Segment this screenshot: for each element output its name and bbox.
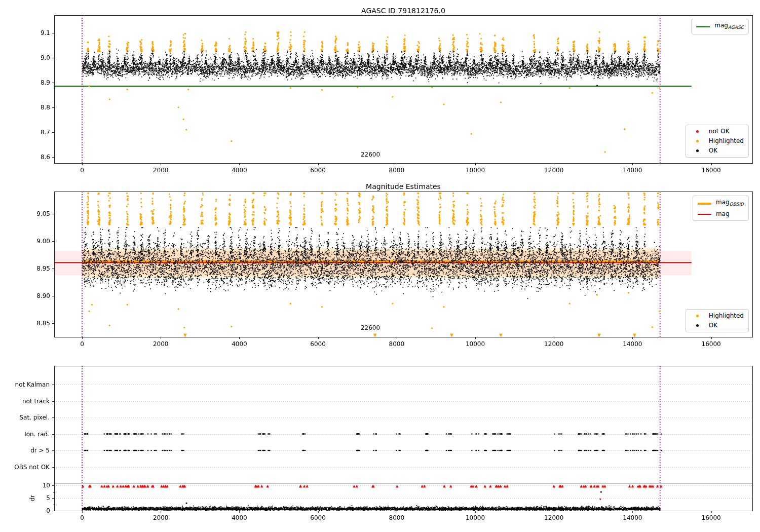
mid-ytick-8.85: 8.85 [36, 320, 50, 327]
bottom-xtick-2000: 2000 [153, 514, 169, 521]
legend-mid-lines-entry-1: mag [698, 210, 744, 218]
legend-mag-agasc-line-sample-icon [696, 26, 710, 27]
top-ytick-8.8: 8.8 [41, 104, 50, 111]
legend-top-markers-label: OK [709, 147, 717, 155]
bottom-xtick-8000: 8000 [389, 514, 405, 521]
top-xtick-2000: 2000 [153, 167, 169, 174]
figure-root: AGASC ID 791812176.0 Magnitude Estimates… [0, 0, 760, 532]
legend-mid-lines-label: mag [716, 210, 730, 218]
mid-xtick-2000: 2000 [153, 340, 169, 348]
legend-mid-lines-entry-0: magOBSID [698, 199, 744, 208]
top-xtick-0: 0 [80, 167, 84, 174]
legend-top-markers: not OKHighlightedOK [686, 125, 749, 158]
flag-label-3: Ion. rad. [24, 431, 50, 438]
mid-xtick-10000: 10000 [466, 340, 485, 348]
dr-ytick-5: 5 [46, 495, 50, 502]
legend-mid-markers-label: OK [709, 322, 717, 329]
top-xtick-4000: 4000 [232, 167, 247, 174]
mid-ytick-9.00: 9.00 [36, 238, 50, 245]
legend-mid-lines-label: magOBSID [716, 199, 744, 208]
legend-mag-agasc: magAGASC [691, 19, 749, 34]
top-xtick-6000: 6000 [310, 167, 326, 174]
mid-ytick-8.95: 8.95 [36, 265, 50, 272]
legend-top-markers-label: Highlighted [709, 137, 744, 145]
bottom-xtick-16000: 16000 [702, 514, 721, 521]
bottom-xtick-10000: 10000 [466, 514, 485, 521]
top-xtick-16000: 16000 [702, 167, 721, 174]
mid-xtick-14000: 14000 [623, 340, 642, 348]
legend-mid-lines-line-sample-icon [698, 214, 711, 215]
mid-xtick-8000: 8000 [389, 340, 405, 348]
top-ytick-8.7: 8.7 [41, 129, 50, 136]
legend-mag-agasc-entry-0: magAGASC [696, 22, 744, 31]
legend-mid-markers-dot-sample-icon [696, 324, 699, 327]
top-xtick-8000: 8000 [389, 167, 405, 174]
top-xtick-10000: 10000 [466, 167, 485, 174]
top-ytick-9.0: 9.0 [41, 54, 50, 61]
legend-mid-lines-line-sample-icon [698, 203, 711, 205]
mid-ytick-9.05: 9.05 [36, 210, 50, 217]
flag-label-4: dr > 5 [30, 447, 50, 454]
legend-mid-markers: HighlightedOK [686, 309, 749, 332]
legend-top-markers-entry-0: not OK [691, 128, 744, 135]
legend-top-markers-dot-sample-icon [696, 149, 699, 152]
bottom-xtick-4000: 4000 [232, 514, 247, 521]
bottom-xtick-14000: 14000 [623, 514, 642, 521]
bottom-xtick-6000: 6000 [310, 514, 326, 521]
legend-mid-markers-entry-0: Highlighted [691, 312, 744, 320]
plot-canvas [0, 0, 760, 532]
flag-label-2: Sat. pixel. [19, 414, 50, 421]
flag-label-0: not Kalman [15, 381, 50, 388]
legend-top-markers-entry-2: OK [691, 147, 744, 155]
flag-label-1: not track [22, 398, 50, 405]
bottom-xtick-0: 0 [80, 514, 84, 521]
middle-obsid-annotation: 22600 [361, 324, 380, 331]
top-ytick-9.1: 9.1 [41, 29, 50, 36]
bottom-xtick-12000: 12000 [544, 514, 563, 521]
top-obsid-annotation: 22600 [361, 151, 380, 158]
top-xtick-12000: 12000 [544, 167, 563, 174]
legend-top-markers-label: not OK [709, 128, 730, 135]
mid-xtick-16000: 16000 [702, 340, 721, 348]
legend-mid-lines: magOBSIDmag [693, 196, 749, 221]
top-ytick-8.9: 8.9 [41, 79, 50, 86]
dr-ytick-10: 10 [43, 482, 50, 489]
legend-mid-markers-entry-1: OK [691, 322, 744, 329]
mid-xtick-6000: 6000 [310, 340, 326, 348]
dr-axis-label: dr [29, 495, 36, 502]
flag-label-5: OBS not OK [14, 464, 50, 471]
mid-xtick-4000: 4000 [232, 340, 247, 348]
legend-mid-markers-dot-sample-icon [696, 315, 699, 317]
legend-top-markers-dot-sample-icon [696, 140, 699, 142]
mid-xtick-12000: 12000 [544, 340, 563, 348]
legend-top-markers-entry-1: Highlighted [691, 137, 744, 145]
top-ytick-8.6: 8.6 [41, 154, 50, 161]
middle-plot-title: Magnitude Estimates [366, 182, 441, 191]
mid-xtick-0: 0 [80, 340, 84, 348]
legend-mid-markers-label: Highlighted [709, 312, 744, 320]
mid-ytick-8.90: 8.90 [36, 292, 50, 299]
dr-ytick-0: 0 [46, 507, 50, 514]
legend-top-markers-dot-sample-icon [696, 130, 699, 133]
top-xtick-14000: 14000 [623, 167, 642, 174]
top-plot-title: AGASC ID 791812176.0 [361, 7, 445, 15]
legend-mag-agasc-label: magAGASC [714, 22, 744, 31]
